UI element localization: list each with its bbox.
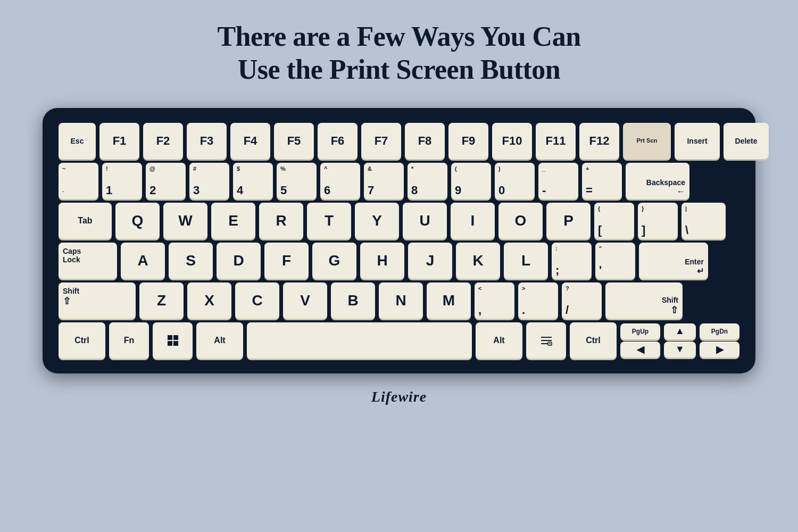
key-f12[interactable]: F12 [579,123,619,159]
key-g[interactable]: G [312,243,356,279]
key-j[interactable]: J [408,243,452,279]
svg-rect-2 [168,341,172,346]
key-win[interactable] [153,322,193,359]
qwerty-row: Tab Q W E R T Y U I O P { [ } ] | \ [59,203,739,239]
key-insert[interactable]: Insert [675,123,720,159]
key-f5[interactable]: F5 [274,123,314,159]
key-c[interactable]: C [235,282,279,319]
key-capslock[interactable]: Caps Lock [59,243,117,279]
key-quote[interactable]: " ' [595,243,635,279]
key-menu[interactable] [526,322,566,359]
key-f[interactable]: F [264,243,309,279]
key-equals[interactable]: + = [582,163,622,199]
key-k[interactable]: K [456,243,500,279]
key-space[interactable] [247,322,472,359]
key-fn[interactable]: Fn [109,322,149,359]
key-esc[interactable]: Esc [59,123,96,159]
key-n[interactable]: N [379,282,423,319]
key-f6[interactable]: F6 [318,123,358,159]
key-p[interactable]: P [546,203,591,239]
key-f10[interactable]: F10 [492,123,532,159]
key-alt-right[interactable]: Alt [476,322,522,359]
key-l[interactable]: L [504,243,548,279]
key-2[interactable]: @ 2 [146,163,186,199]
key-semicolon[interactable]: : ; [552,243,592,279]
key-right[interactable]: ▶ [700,342,739,358]
key-pgup[interactable]: PgUp [620,323,660,339]
key-f7[interactable]: F7 [361,123,401,159]
key-pgdn[interactable]: PgDn [700,323,739,339]
key-s[interactable]: S [169,243,213,279]
brand-logo: Lifewire [371,388,427,405]
key-comma[interactable]: < , [475,282,514,319]
key-1[interactable]: ! 1 [102,163,142,199]
key-ctrl-right[interactable]: Ctrl [570,322,617,359]
key-backspace[interactable]: Backspace ← [626,163,689,199]
svg-rect-3 [173,341,178,346]
key-f3[interactable]: F3 [187,123,227,159]
number-row: ~ ` ! 1 @ 2 # 3 $ 4 % 5 ^ 6 & 7 [59,163,739,199]
key-shift-left[interactable]: Shift ⇧ [59,282,136,319]
key-r[interactable]: R [259,203,303,239]
key-9[interactable]: ( 9 [451,163,491,199]
key-ctrl-left[interactable]: Ctrl [59,322,105,359]
key-i[interactable]: I [451,203,495,239]
page-title: There are a Few Ways You Can Use the Pri… [217,20,580,87]
key-f4[interactable]: F4 [230,123,270,159]
key-y[interactable]: Y [355,203,399,239]
key-enter[interactable]: Enter ↵ [639,243,708,279]
key-prtscn[interactable]: Prt Scn [623,123,671,159]
key-tab[interactable]: Tab [59,203,112,239]
key-5[interactable]: % 5 [277,163,317,199]
key-d[interactable]: D [217,243,261,279]
key-f11[interactable]: F11 [536,123,576,159]
key-t[interactable]: T [307,203,351,239]
key-h[interactable]: H [360,243,404,279]
key-4[interactable]: $ 4 [233,163,273,199]
key-slash[interactable]: ? / [562,282,602,319]
key-lbracket[interactable]: { [ [594,203,634,239]
key-o[interactable]: O [498,203,543,239]
key-3[interactable]: # 3 [189,163,229,199]
key-f9[interactable]: F9 [448,123,488,159]
key-period[interactable]: > . [518,282,558,319]
key-q[interactable]: Q [115,203,160,239]
key-u[interactable]: U [403,203,447,239]
asdf-row: Caps Lock A S D F G H J K L : ; " ' Ente… [59,243,739,279]
key-rbracket[interactable]: } ] [638,203,678,239]
svg-rect-0 [168,335,172,340]
key-left[interactable]: ◀ [620,342,660,358]
key-alt-left[interactable]: Alt [196,322,243,359]
key-up[interactable]: ▲ [664,323,696,339]
key-0[interactable]: ) 0 [495,163,535,199]
key-delete[interactable]: Delete [724,123,769,159]
svg-rect-4 [541,337,552,338]
svg-rect-5 [541,340,552,341]
key-shift-right[interactable]: Shift ⇧ [605,282,683,319]
key-6[interactable]: ^ 6 [320,163,360,199]
key-z[interactable]: Z [139,282,184,319]
key-backslash[interactable]: | \ [681,203,726,239]
zxcv-row: Shift ⇧ Z X C V B N M < , > . ? / Shift … [59,282,739,319]
key-down[interactable]: ▼ [664,342,696,358]
function-row: Esc F1 F2 F3 F4 F5 F6 F7 F8 F9 F10 F11 F… [59,123,739,159]
key-e[interactable]: E [211,203,255,239]
key-f2[interactable]: F2 [143,123,183,159]
key-f8[interactable]: F8 [405,123,445,159]
bottom-row: Ctrl Fn Alt Alt Ctrl PgUp [59,322,739,359]
key-minus[interactable]: _ - [538,163,578,199]
key-tilde[interactable]: ~ ` [59,163,98,199]
key-w[interactable]: W [163,203,207,239]
key-v[interactable]: V [283,282,327,319]
key-m[interactable]: M [427,282,471,319]
key-x[interactable]: X [187,282,231,319]
key-7[interactable]: & 7 [364,163,404,199]
svg-rect-1 [173,335,178,340]
key-8[interactable]: * 8 [408,163,447,199]
key-b[interactable]: B [331,282,375,319]
key-a[interactable]: A [121,243,165,279]
keyboard: Esc F1 F2 F3 F4 F5 F6 F7 F8 F9 F10 F11 F… [43,108,755,373]
key-f1[interactable]: F1 [99,123,139,159]
